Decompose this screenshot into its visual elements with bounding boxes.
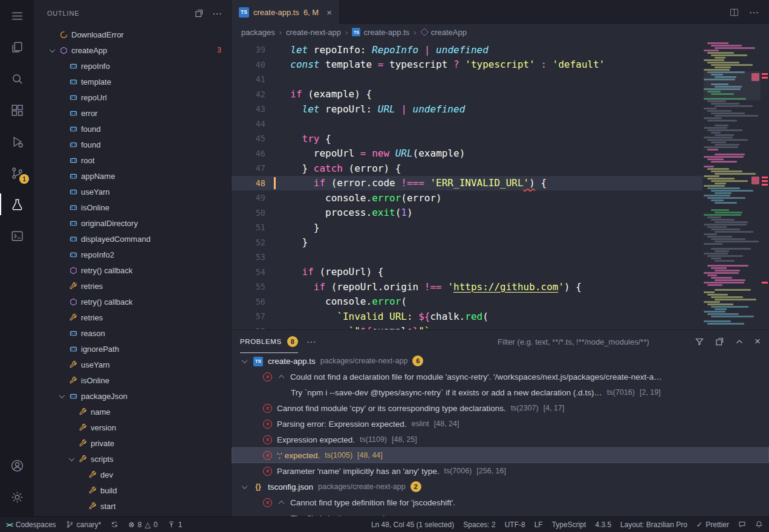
code-line[interactable]: 57 `Invalid URL: ${chalk.red( [232, 309, 702, 324]
status-branch[interactable]: canary* [66, 521, 102, 529]
status-cursor-position[interactable]: Ln 48, Col 45 (1 selected) [371, 521, 454, 529]
outline-item-isonline[interactable]: isOnline [34, 372, 231, 388]
problem-row[interactable]: Try `npm i --save-dev @types/async-retry… [232, 384, 769, 400]
problems-filter-input[interactable] [498, 337, 686, 346]
chevron-down-icon[interactable] [240, 359, 248, 363]
code-line[interactable]: 51 } [232, 220, 702, 235]
problems-file-row[interactable]: TScreate-app.tspackages/create-next-app6 [232, 353, 769, 369]
outline-item-name[interactable]: name [34, 404, 231, 420]
more-actions-icon[interactable]: ⋯ [749, 7, 759, 18]
code-line[interactable]: 44 [232, 117, 702, 132]
filter-icon[interactable] [695, 337, 704, 346]
code-line[interactable]: 39 let repoInfo: RepoInfo | undefined [232, 42, 702, 57]
outline-item-ignorepath[interactable]: ignorePath [34, 341, 231, 357]
status-keyboard-layout[interactable]: Layout: Brazilian Pro [620, 521, 687, 529]
code-line[interactable]: 55 if (repoUrl.origin !== 'https://githu… [232, 279, 702, 294]
code-line[interactable]: 48 if (error.code !=== 'ERR_INVALID_URL'… [232, 176, 702, 191]
more-actions-icon[interactable]: ⋯ [212, 8, 222, 19]
code-line[interactable]: 40 const template = typescript ? 'typesc… [232, 57, 702, 73]
code-line[interactable]: 50 process.exit(1) [232, 206, 702, 221]
problem-row[interactable]: ×Parameter 'name' implicitly has an 'any… [232, 463, 769, 479]
outline-item-scripts[interactable]: scripts [34, 451, 231, 467]
explorer-icon[interactable] [0, 31, 34, 63]
status-sync[interactable] [111, 521, 118, 528]
outline-item-dev[interactable]: dev [34, 467, 231, 482]
outline-item-repoinfo2[interactable]: repoInfo2 [34, 247, 231, 262]
problem-row[interactable]: ×';' expected.ts(1005)[48, 44] [232, 447, 769, 463]
status-ports[interactable]: 1 [167, 521, 183, 529]
outline-item-found[interactable]: found [34, 137, 231, 152]
problem-row[interactable]: ×Expression expected.ts(1109)[48, 25] [232, 432, 769, 447]
code-line[interactable]: 45 try { [232, 131, 702, 146]
terminal-icon[interactable] [0, 220, 34, 251]
code-line[interactable]: 46 repoUrl = new URL(example) [232, 146, 702, 161]
outline-item-isonline[interactable]: isOnline [34, 199, 231, 215]
menu-icon[interactable] [0, 0, 34, 31]
outline-item-template[interactable]: template [34, 74, 231, 89]
outline-item-version[interactable]: version [34, 420, 231, 435]
outline-item-reason[interactable]: reason [34, 325, 231, 341]
outline-item-displayedcommand[interactable]: displayedCommand [34, 231, 231, 247]
outline-item-createapp[interactable]: createApp3 [34, 42, 231, 58]
chevron-down-icon[interactable] [67, 457, 76, 461]
problem-row[interactable]: ×Cannot find type definition file for 'j… [232, 495, 769, 510]
more-actions-icon[interactable]: ⋯ [307, 336, 317, 348]
outline-item-repoinfo[interactable]: repoInfo [34, 58, 231, 74]
chevron-down-icon[interactable] [240, 485, 248, 489]
outline-item-build[interactable]: build [34, 482, 231, 498]
outline-item-retry-callback[interactable]: retry() callback [34, 262, 231, 278]
run-debug-icon[interactable] [0, 126, 34, 157]
close-tab-icon[interactable]: × [326, 7, 332, 18]
code-editor[interactable]: 39 let repoInfo: RepoInfo | undefined40 … [232, 40, 769, 329]
status-language[interactable]: TypeScript [552, 521, 586, 529]
breadcrumb-create-next-app[interactable]: create-next-app [286, 28, 341, 37]
extensions-icon[interactable] [0, 94, 34, 126]
outline-item-found[interactable]: found [34, 121, 231, 137]
status-encoding[interactable]: UTF-8 [505, 521, 525, 529]
outline-item-useyarn[interactable]: useYarn [34, 357, 231, 372]
outline-item-downloaderror[interactable]: DownloadError [34, 27, 231, 42]
chevron-up-icon[interactable] [277, 375, 285, 379]
problem-row[interactable]: ×Parsing error: Expression expected.esli… [232, 416, 769, 432]
problem-row[interactable]: The file is in the program because: [232, 510, 769, 516]
code-line[interactable]: 54 if (repoUrl) { [232, 265, 702, 280]
collapse-all-icon[interactable] [194, 8, 204, 18]
breadcrumb-file[interactable]: TS create-app.ts [352, 28, 409, 37]
maximize-panel-icon[interactable] [735, 337, 744, 346]
problem-row[interactable]: ×Could not find a declaration file for m… [232, 369, 769, 384]
split-editor-icon[interactable] [729, 7, 739, 18]
status-problems[interactable]: ⊗ 8 △ 0 [128, 520, 157, 529]
minimap[interactable] [704, 40, 761, 329]
status-eol[interactable]: LF [534, 521, 543, 529]
outline-item-root[interactable]: root [34, 152, 231, 168]
close-panel-icon[interactable]: × [754, 336, 761, 348]
outline-item-retries[interactable]: retries [34, 278, 231, 294]
outline-item-private[interactable]: private [34, 435, 231, 451]
code-line[interactable]: 52 } [232, 235, 702, 250]
account-icon[interactable] [0, 450, 34, 481]
problem-row[interactable]: ×Cannot find module 'cpy' or its corresp… [232, 400, 769, 416]
code-line[interactable]: 42 if (example) { [232, 87, 702, 102]
outline-item-packagejson[interactable]: packageJson [34, 388, 231, 404]
settings-gear-icon[interactable] [0, 481, 34, 513]
status-remote-codespaces[interactable]: >< Codespaces [6, 521, 56, 529]
search-icon[interactable] [0, 63, 34, 94]
outline-item-useyarn[interactable]: useYarn [34, 184, 231, 199]
code-line[interactable]: 58 `"${example}"` [232, 324, 702, 330]
outline-item-error[interactable]: error [34, 105, 231, 121]
tab-create-app-ts[interactable]: TS create-app.ts 6, M × [232, 0, 340, 24]
outline-item-repourl[interactable]: repoUrl [34, 89, 231, 105]
flask-icon[interactable] [0, 189, 34, 220]
outline-item-retry-callback[interactable]: retry() callback [34, 294, 231, 310]
outline-item-retries[interactable]: retries [34, 310, 231, 325]
outline-item-originaldirectory[interactable]: originalDirectory [34, 215, 231, 231]
outline-item-start[interactable]: start [34, 498, 231, 514]
code-line[interactable]: 49 console.error(error) [232, 190, 702, 206]
chevron-up-icon[interactable] [277, 501, 285, 505]
code-line[interactable]: 47 } catch (error) { [232, 161, 702, 176]
problems-file-row[interactable]: {}tsconfig.jsonpackages/create-next-app2 [232, 479, 769, 495]
code-line[interactable]: 56 console.error( [232, 294, 702, 310]
code-line[interactable]: 43 let repoUrl: URL | undefined [232, 102, 702, 117]
status-formatter[interactable]: ✓ Prettier [696, 520, 729, 529]
breadcrumb-symbol[interactable]: createApp [421, 28, 467, 37]
